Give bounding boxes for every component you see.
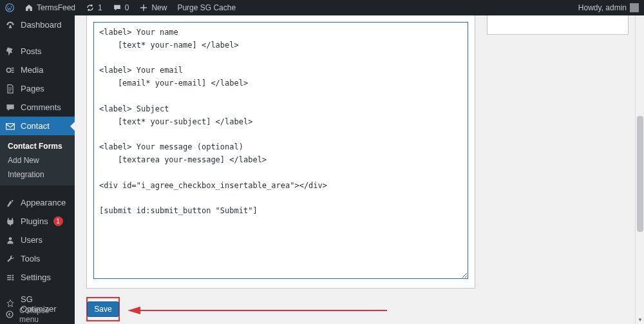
sidebar-item-label: Users [21,235,43,245]
dashboard-icon [5,20,15,30]
sidebar-item-pages[interactable]: Pages [0,79,75,98]
home-icon [24,3,33,12]
settings-icon [5,272,15,283]
plus-icon [139,3,148,12]
new-label: New [151,3,167,12]
submenu-item-add-new[interactable]: Add New [0,153,75,167]
wordpress-icon [5,3,14,12]
svg-point-0 [6,4,14,12]
svg-point-3 [9,237,12,240]
sidebar-item-label: Plugins [21,216,48,226]
svg-marker-9 [128,307,140,314]
scrollbar-thumb[interactable] [637,116,643,232]
sidebar-submenu: Contact Forms Add New Integration [0,135,75,186]
sidebar-item-contact[interactable]: Contact [0,117,75,135]
content-area: Save [75,15,644,324]
user-icon [5,235,15,245]
comments-link[interactable]: 0 [108,0,135,15]
admin-toolbar: TermsFeed 1 0 New Purge SG Cache Howdy, … [0,0,644,15]
appearance-icon [5,198,15,208]
site-name: TermsFeed [37,3,75,12]
save-highlight: Save [86,297,120,321]
submenu-item-contact-forms[interactable]: Contact Forms [0,139,75,153]
form-editor-panel [86,15,475,289]
sidebar-item-label: Appearance [21,198,66,207]
submenu-item-integration[interactable]: Integration [0,167,75,182]
sidebar-item-label: Pages [21,84,44,93]
wp-logo[interactable] [0,0,19,15]
svg-rect-2 [6,124,15,129]
pin-icon [5,46,15,57]
avatar [630,3,639,12]
comment-icon [113,3,122,12]
site-name-link[interactable]: TermsFeed [19,0,80,15]
scroll-down-icon[interactable]: ▼ [636,315,644,324]
annotation-arrow [126,305,390,316]
sidebar-item-media[interactable]: Media [0,61,75,79]
sidebar-item-label: Contact [21,121,50,131]
collapse-label: Collapse menu [19,306,70,324]
sidebar-item-label: Settings [21,272,51,282]
collapse-icon [5,310,14,321]
howdy-label: Howdy, admin [578,3,627,12]
svg-point-7 [6,311,13,318]
sidebar-item-label: Media [21,65,43,75]
tools-icon [5,254,15,264]
page-icon [5,84,15,94]
plugin-update-badge: 1 [53,216,63,226]
sidebar-item-label: Tools [21,254,40,263]
comments-count: 0 [125,3,129,12]
sidebar-item-appearance[interactable]: Appearance [0,193,75,212]
comment-icon [5,102,15,113]
howdy-account[interactable]: Howdy, admin [573,0,644,15]
sidebar-item-label: Comments [21,102,61,112]
updates-link[interactable]: 1 [80,0,108,15]
purge-cache-label: Purge SG Cache [177,3,236,12]
sidebar-item-dashboard[interactable]: Dashboard [0,15,75,34]
updates-count: 1 [98,3,102,12]
sidebar-item-label: Dashboard [21,20,62,30]
media-icon [5,65,15,75]
meta-sidebar-panel [487,15,629,35]
save-button[interactable]: Save [87,301,118,317]
sidebar-item-plugins[interactable]: Plugins 1 [0,212,75,231]
sidebar-item-label: Posts [21,46,42,56]
plugin-icon [5,216,15,227]
refresh-icon [86,3,95,12]
sidebar-item-tools[interactable]: Tools [0,249,75,268]
new-content-link[interactable]: New [134,0,172,15]
sidebar-item-settings[interactable]: Settings [0,268,75,287]
page-scrollbar[interactable]: ▲ ▼ [635,0,644,324]
sidebar-item-comments[interactable]: Comments [0,98,75,117]
svg-point-1 [6,68,10,71]
admin-sidebar: Dashboard Posts Media Pages Comments Con… [0,15,75,324]
purge-cache-link[interactable]: Purge SG Cache [172,0,241,15]
sidebar-item-posts[interactable]: Posts [0,42,75,61]
sidebar-item-users[interactable]: Users [0,231,75,249]
svg-point-4 [12,274,14,276]
svg-point-5 [12,276,14,278]
form-template-textarea[interactable] [93,22,468,279]
mail-icon [5,121,15,131]
svg-point-6 [12,279,14,280]
collapse-menu[interactable]: Collapse menu [0,306,75,324]
